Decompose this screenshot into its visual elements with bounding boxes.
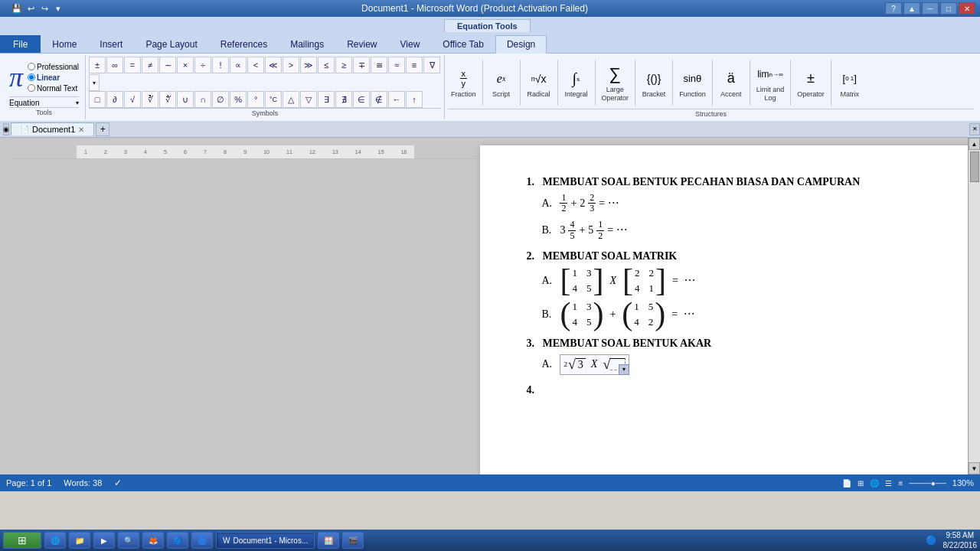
sym-tilde[interactable]: ∼ [159, 57, 176, 73]
sym-exists[interactable]: ∃ [318, 91, 335, 108]
view-outline-btn[interactable]: ☰ [885, 479, 892, 487]
tab-review[interactable]: Review [335, 35, 388, 53]
scroll-up-btn[interactable]: ▲ [969, 138, 980, 150]
taskbar-btn2[interactable]: 🪟 [318, 532, 339, 549]
close-doc-btn[interactable]: ✕ [969, 123, 980, 135]
bracket-btn[interactable]: {()} Bracket [639, 66, 669, 100]
sym-partial[interactable]: ∂ [106, 91, 123, 108]
media-btn[interactable]: ▶ [93, 532, 115, 549]
scroll-thumb[interactable] [970, 152, 979, 182]
integral-btn[interactable]: ∫x Integral [561, 66, 592, 100]
sym-deg[interactable]: ° [247, 91, 264, 108]
eq-box-dropdown[interactable]: ▾ [619, 364, 629, 375]
word-taskbar-btn[interactable]: W Document1 - Micros... [216, 532, 315, 549]
explorer-btn[interactable]: 📁 [69, 532, 90, 549]
large-operator-btn[interactable]: ∑ LargeOperator [599, 61, 632, 104]
sym-times[interactable]: × [177, 57, 194, 73]
sym-gte[interactable]: ≥ [335, 57, 352, 73]
start-btn[interactable]: ⊞ [3, 532, 41, 549]
sym-sqrt[interactable]: √ [124, 91, 141, 108]
fraction-btn[interactable]: x y Fraction [448, 66, 479, 100]
sym-nin[interactable]: ∉ [371, 91, 387, 108]
view-web-btn[interactable]: 🌐 [870, 479, 879, 487]
accent-btn[interactable]: ä Accent [716, 66, 746, 100]
tab-file[interactable]: File [0, 35, 41, 53]
tab-mailings[interactable]: Mailings [279, 35, 335, 53]
matrix-btn[interactable]: [0 1] Matrix [835, 66, 865, 100]
search-btn[interactable]: 🔍 [118, 532, 139, 549]
redo-quick-btn[interactable]: ↪ [38, 2, 51, 15]
sym-plusminus[interactable]: ± [89, 57, 106, 73]
sym-divide[interactable]: ÷ [194, 57, 211, 73]
sym-gt[interactable]: > [283, 57, 299, 73]
sym-lte[interactable]: ≤ [318, 57, 335, 73]
sym-empty[interactable]: ∅ [212, 91, 229, 108]
ie-btn[interactable]: 🌐 [44, 532, 66, 549]
sym-equiv[interactable]: ≡ [406, 57, 423, 73]
tab-insert[interactable]: Insert [88, 35, 134, 53]
document-area[interactable]: 12345678910111213141516 1. MEMBUAT SOAL … [11, 138, 968, 474]
help-btn[interactable]: ? [885, 2, 902, 15]
sym-approx[interactable]: ≈ [388, 57, 405, 73]
tools-expand[interactable]: ▾ [76, 99, 79, 106]
sym-llt[interactable]: ≪ [265, 57, 282, 73]
doc-list-btn[interactable]: ◉ [3, 123, 9, 135]
sym-nabla[interactable]: ∇ [423, 57, 440, 73]
script-btn[interactable]: ex Script [486, 66, 517, 100]
zoom-slider[interactable]: ────●── [909, 479, 946, 487]
tab-references[interactable]: References [209, 35, 279, 53]
normal-text-option[interactable]: Normal Text [28, 84, 79, 93]
sym-in[interactable]: ∈ [353, 91, 370, 108]
sym-prop[interactable]: ∝ [230, 57, 247, 73]
spell-check-icon[interactable]: ✓ [114, 478, 122, 488]
view-full-btn[interactable]: ⊞ [858, 479, 864, 487]
ribbon-toggle-btn[interactable]: ▲ [903, 2, 920, 15]
network-btn[interactable]: 🌀 [191, 532, 213, 549]
sym-percent[interactable]: % [230, 91, 247, 108]
tab-office[interactable]: Office Tab [431, 35, 495, 53]
qa-dropdown-btn[interactable]: ▾ [52, 2, 64, 15]
sym-larr[interactable]: ← [388, 91, 405, 108]
tab-page-layout[interactable]: Page Layout [134, 35, 208, 53]
sym-square[interactable]: □ [89, 91, 106, 108]
maximize-btn[interactable]: □ [940, 2, 957, 15]
sym-notequal[interactable]: ≠ [142, 57, 158, 73]
save-quick-btn[interactable]: 💾 [11, 2, 23, 15]
radical-btn[interactable]: n√x Radical [524, 66, 554, 100]
sym-tri-up[interactable]: △ [283, 91, 299, 108]
sym-ggt[interactable]: ≫ [300, 57, 317, 73]
sym-cong[interactable]: ≅ [371, 57, 387, 73]
view-draft-btn[interactable]: ≡ [898, 479, 903, 487]
sym-equal[interactable]: = [124, 57, 141, 73]
professional-option[interactable]: Professional [28, 63, 79, 71]
undo-quick-btn[interactable]: ↩ [24, 2, 37, 15]
sym-degc[interactable]: °C [265, 91, 282, 108]
quick-access[interactable]: 💾 ↩ ↪ ▾ [5, 2, 64, 15]
firefox-btn[interactable]: 🦊 [142, 532, 164, 549]
sym-4rt[interactable]: ∜ [159, 91, 176, 108]
tab-design[interactable]: Design [495, 35, 547, 54]
sym-intersect[interactable]: ∩ [194, 91, 211, 108]
view-normal-btn[interactable]: 📄 [842, 479, 851, 487]
tab-home[interactable]: Home [41, 35, 88, 53]
sym-uarr[interactable]: ↑ [406, 91, 423, 108]
sym-scroll[interactable]: ▾ [89, 74, 100, 91]
sym-pm2[interactable]: ∓ [353, 57, 370, 73]
sym-lt[interactable]: < [247, 57, 264, 73]
sym-infinity[interactable]: ∞ [106, 57, 123, 73]
limit-log-btn[interactable]: limn→∞ Limit andLog [753, 61, 788, 104]
minimize-btn[interactable]: ─ [922, 2, 939, 15]
new-tab-btn[interactable]: + [96, 122, 109, 136]
sym-union[interactable]: ∪ [177, 91, 194, 108]
document-tab[interactable]: 📄 Document1 ✕ [11, 122, 94, 135]
window-controls[interactable]: ? ▲ ─ □ ✕ [885, 2, 975, 15]
taskbar-btn3[interactable]: 🎬 [342, 532, 364, 549]
sym-tri-down[interactable]: ▽ [300, 91, 317, 108]
operator-btn[interactable]: ± Operator [794, 66, 828, 100]
close-btn[interactable]: ✕ [959, 2, 975, 15]
tab-view[interactable]: View [389, 35, 432, 53]
sym-nexists[interactable]: ∄ [335, 91, 352, 108]
active-equation-box[interactable]: 2 √ 3 X √ ▾ [560, 354, 629, 375]
function-btn[interactable]: sinθ Function [676, 66, 709, 100]
doc-tab-close[interactable]: ✕ [78, 126, 84, 134]
